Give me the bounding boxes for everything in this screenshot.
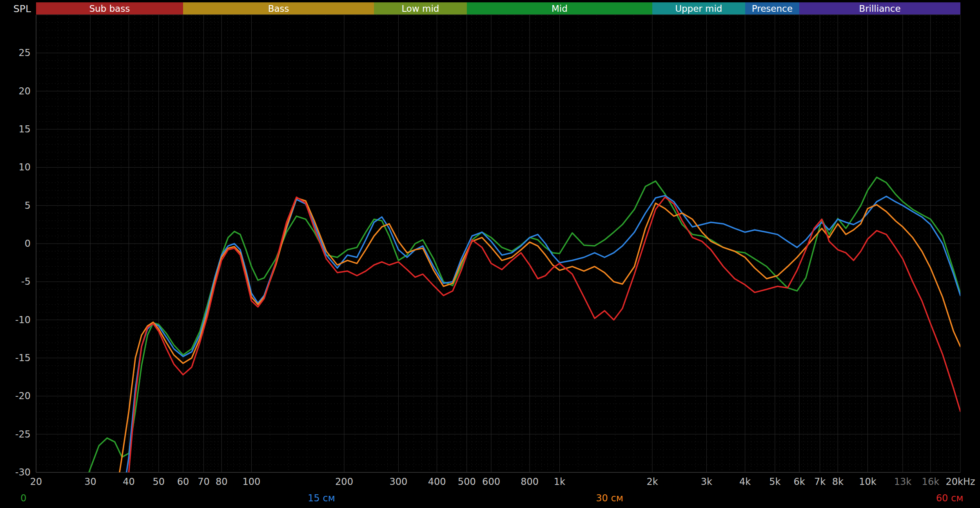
x-tick-label: 300 xyxy=(390,476,408,487)
legend-item-0: 0 xyxy=(20,493,26,504)
x-tick-label: 1k xyxy=(554,476,565,487)
x-tick-label: 2k xyxy=(646,476,658,487)
x-tick-label: 13k xyxy=(894,476,911,487)
x-tick-label: 6k xyxy=(793,476,805,487)
spl-chart-window: SPL Sub bassBassLow midMidUpper midPrese… xyxy=(0,0,980,508)
x-tick-label: 70 xyxy=(198,476,210,487)
y-tick-label: 0 xyxy=(0,238,31,249)
x-tick-label: 30 xyxy=(84,476,96,487)
x-tick-label: 40 xyxy=(123,476,135,487)
x-tick-label: 100 xyxy=(242,476,260,487)
legend-item-60-см: 60 см xyxy=(936,493,963,504)
y-tick-label: -5 xyxy=(0,276,31,287)
x-tick-label: 16k xyxy=(922,476,939,487)
x-tick-label: 600 xyxy=(482,476,500,487)
x-tick-label: 8k xyxy=(832,476,844,487)
frequency-response-plot xyxy=(0,0,980,508)
x-tick-label: 200 xyxy=(335,476,353,487)
y-tick-label: -10 xyxy=(0,315,31,325)
x-tick-label: 500 xyxy=(458,476,476,487)
y-tick-label: 15 xyxy=(0,124,31,135)
x-tick-label: 10k xyxy=(859,476,876,487)
legend-item-15-см: 15 см xyxy=(308,493,335,504)
y-tick-label: -20 xyxy=(0,390,31,401)
y-tick-label: 25 xyxy=(0,47,31,58)
y-tick-label: -15 xyxy=(0,353,31,363)
x-tick-label: 5k xyxy=(769,476,780,487)
x-tick-label: 3k xyxy=(701,476,712,487)
y-tick-label: 20 xyxy=(0,86,31,97)
x-tick-label: 50 xyxy=(152,476,165,487)
x-tick-label: 400 xyxy=(428,476,446,487)
y-tick-label: 10 xyxy=(0,162,31,173)
x-tick-label: 20 xyxy=(30,476,42,487)
curve-15-см xyxy=(36,195,960,508)
y-tick-label: -25 xyxy=(0,429,31,440)
legend-item-30-см: 30 см xyxy=(596,493,623,504)
x-tick-label: 4k xyxy=(739,476,751,487)
x-tick-label: 20kHz xyxy=(946,476,975,487)
x-tick-label: 800 xyxy=(521,476,539,487)
y-tick-label: 5 xyxy=(0,200,31,211)
y-tick-label: -30 xyxy=(0,467,31,478)
x-tick-label: 60 xyxy=(177,476,189,487)
x-tick-label: 80 xyxy=(216,476,228,487)
x-tick-label: 7k xyxy=(814,476,826,487)
